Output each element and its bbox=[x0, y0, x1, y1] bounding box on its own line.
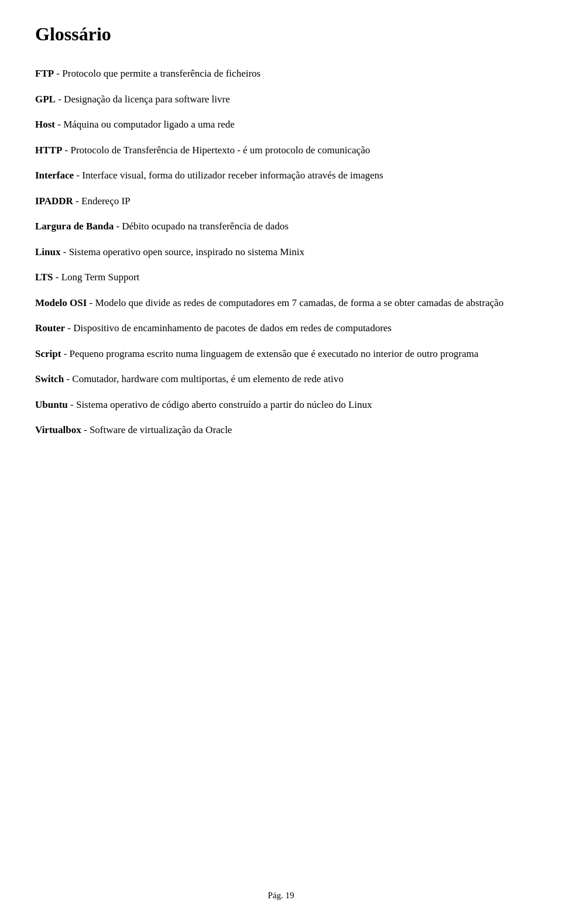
page-footer: Pág. 19 bbox=[0, 891, 562, 901]
glossary-definition: - Sistema operativo de código aberto con… bbox=[68, 399, 372, 410]
glossary-definition: - Débito ocupado na transferência de dad… bbox=[114, 221, 289, 232]
glossary-term: FTP bbox=[35, 68, 54, 79]
glossary-item: Ubuntu - Sistema operativo de código abe… bbox=[35, 397, 527, 413]
glossary-term: LTS bbox=[35, 272, 53, 283]
glossary-term: Switch bbox=[35, 373, 64, 384]
glossary-item: GPL - Designação da licença para softwar… bbox=[35, 92, 527, 107]
glossary-item: IPADDR - Endereço IP bbox=[35, 194, 527, 209]
glossary-item: Virtualbox - Software de virtualização d… bbox=[35, 423, 527, 438]
glossary-item: Router - Dispositivo de encaminhamento d… bbox=[35, 321, 527, 336]
glossary-item: Host - Máquina ou computador ligado a um… bbox=[35, 117, 527, 132]
glossary-item: Modelo OSI - Modelo que divide as redes … bbox=[35, 296, 527, 311]
glossary-term: Router bbox=[35, 322, 65, 334]
glossary-item: HTTP - Protocolo de Transferência de Hip… bbox=[35, 143, 527, 158]
glossary-definition: - Pequeno programa escrito numa linguage… bbox=[61, 348, 478, 359]
glossary-term: Linux bbox=[35, 246, 60, 257]
glossary-definition: - Dispositivo de encaminhamento de pacot… bbox=[65, 322, 392, 334]
glossary-term: Host bbox=[35, 119, 55, 130]
glossary-list: FTP - Protocolo que permite a transferên… bbox=[35, 66, 527, 438]
glossary-term: IPADDR bbox=[35, 195, 73, 207]
glossary-term: Script bbox=[35, 348, 61, 359]
glossary-definition: - Protocolo de Transferência de Hipertex… bbox=[62, 145, 370, 156]
glossary-item: Largura de Banda - Débito ocupado na tra… bbox=[35, 219, 527, 234]
glossary-term: Ubuntu bbox=[35, 399, 68, 410]
glossary-term: Largura de Banda bbox=[35, 221, 114, 232]
glossary-definition: - Protocolo que permite a transferência … bbox=[54, 68, 261, 79]
glossary-definition: - Endereço IP bbox=[73, 195, 131, 207]
glossary-term: Modelo OSI bbox=[35, 297, 87, 308]
glossary-term: Interface bbox=[35, 170, 74, 181]
glossary-definition: - Interface visual, forma do utilizador … bbox=[74, 170, 383, 181]
glossary-item: Interface - Interface visual, forma do u… bbox=[35, 168, 527, 183]
glossary-item: LTS - Long Term Support bbox=[35, 270, 527, 285]
glossary-definition: - Software de virtualização da Oracle bbox=[81, 424, 232, 435]
glossary-definition: - Máquina ou computador ligado a uma red… bbox=[55, 119, 235, 130]
glossary-term: Virtualbox bbox=[35, 424, 81, 435]
glossary-item: FTP - Protocolo que permite a transferên… bbox=[35, 66, 527, 81]
glossary-definition: - Long Term Support bbox=[53, 272, 140, 283]
glossary-term: HTTP bbox=[35, 145, 62, 156]
glossary-item: Switch - Comutador, hardware com multipo… bbox=[35, 372, 527, 387]
glossary-definition: - Comutador, hardware com multiportas, é… bbox=[64, 373, 344, 384]
glossary-term: GPL bbox=[35, 94, 56, 105]
page-title: Glossário bbox=[35, 23, 527, 45]
glossary-definition: - Designação da licença para software li… bbox=[56, 94, 230, 105]
glossary-definition: - Sistema operativo open source, inspira… bbox=[60, 246, 304, 257]
glossary-item: Script - Pequeno programa escrito numa l… bbox=[35, 346, 527, 362]
glossary-item: Linux - Sistema operativo open source, i… bbox=[35, 245, 527, 260]
glossary-definition: - Modelo que divide as redes de computad… bbox=[87, 297, 503, 308]
